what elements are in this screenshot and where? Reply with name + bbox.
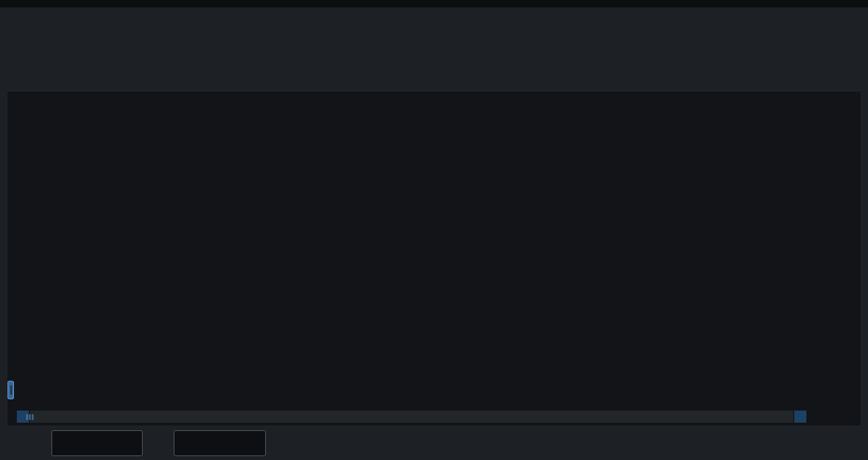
to-date-input[interactable] — [174, 430, 266, 456]
from-date-input[interactable] — [51, 430, 143, 456]
navigator-right-handle-icon[interactable] — [7, 381, 14, 399]
navigator-chart[interactable] — [17, 372, 810, 408]
chart-panel — [7, 91, 861, 425]
page-header — [7, 9, 861, 18]
scrollbar-track[interactable] — [30, 411, 793, 423]
scrollbar-grip-icon — [27, 414, 34, 420]
scrollbar-right-arrow-icon[interactable] — [794, 411, 806, 423]
top-strip — [0, 0, 868, 7]
main-chart[interactable] — [17, 104, 812, 337]
